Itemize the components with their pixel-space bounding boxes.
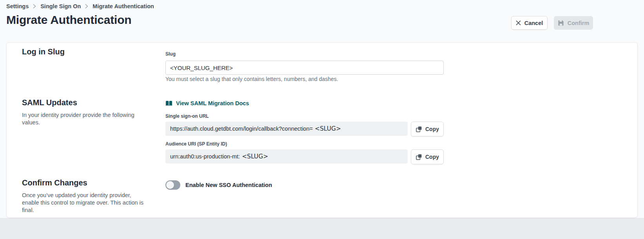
sso-url-label: Single sign-on URL	[165, 113, 209, 119]
copy-button-label: Copy	[425, 154, 439, 160]
login-slug-heading: Log in Slug	[22, 47, 65, 56]
header-actions: Cancel Confirm	[511, 16, 593, 30]
page: Settings Single Sign On Migrate Authenti…	[0, 0, 644, 218]
close-icon	[516, 20, 521, 25]
enable-sso-toggle-row: Enable New SSO Authentication	[165, 180, 272, 190]
book-icon	[165, 101, 172, 106]
breadcrumb-single-sign-on[interactable]: Single Sign On	[40, 3, 81, 9]
copy-button-label: Copy	[425, 126, 439, 132]
cancel-button[interactable]: Cancel	[511, 16, 548, 30]
breadcrumb-settings[interactable]: Settings	[6, 3, 29, 9]
toggle-knob	[166, 181, 174, 189]
breadcrumb-migrate-authentication: Migrate Authentication	[93, 3, 154, 9]
saml-updates-heading: SAML Updates	[22, 98, 77, 107]
copy-audience-uri-button[interactable]: Copy	[411, 149, 444, 164]
page-title: Migrate Authentication	[6, 13, 132, 27]
chevron-right-icon	[85, 4, 89, 9]
migrate-authentication-card: Log in Slug Slug You must select a slug …	[6, 42, 638, 218]
slug-label: Slug	[165, 51, 176, 57]
breadcrumb: Settings Single Sign On Migrate Authenti…	[6, 3, 154, 9]
copy-sso-url-button[interactable]: Copy	[411, 122, 444, 137]
sso-url-value: https://auth.cloud.getdbt.com/login/call…	[170, 126, 313, 132]
cancel-button-label: Cancel	[524, 20, 543, 26]
confirm-button[interactable]: Confirm	[554, 16, 593, 30]
audience-uri-slug-placeholder: <SLUG>	[242, 153, 268, 160]
enable-sso-toggle[interactable]	[165, 180, 180, 190]
audience-uri-label: Audience URI (SP Entity ID)	[165, 141, 227, 147]
audience-uri-field: urn:auth0:us-production-mt: <SLUG>	[165, 149, 408, 164]
copy-icon	[415, 126, 422, 133]
sso-url-slug-placeholder: <SLUG>	[315, 125, 341, 132]
copy-icon	[415, 154, 422, 160]
slug-help-text: You must select a slug that only contain…	[165, 76, 338, 82]
confirm-changes-description: Once you’ve updated your identity provid…	[22, 192, 147, 214]
docs-link-label: View SAML Migration Docs	[176, 100, 249, 106]
slug-input[interactable]	[165, 61, 444, 75]
confirm-changes-heading: Confirm Changes	[22, 178, 87, 187]
confirm-button-label: Confirm	[568, 20, 590, 26]
audience-uri-value: urn:auth0:us-production-mt:	[170, 153, 240, 160]
sso-url-field: https://auth.cloud.getdbt.com/login/call…	[165, 122, 408, 136]
view-saml-migration-docs-link[interactable]: View SAML Migration Docs	[165, 100, 249, 106]
chevron-right-icon	[33, 4, 36, 9]
save-icon	[558, 20, 564, 26]
enable-sso-toggle-label: Enable New SSO Authentication	[185, 182, 272, 188]
saml-updates-description: In your identity provider provide the fo…	[22, 111, 151, 126]
